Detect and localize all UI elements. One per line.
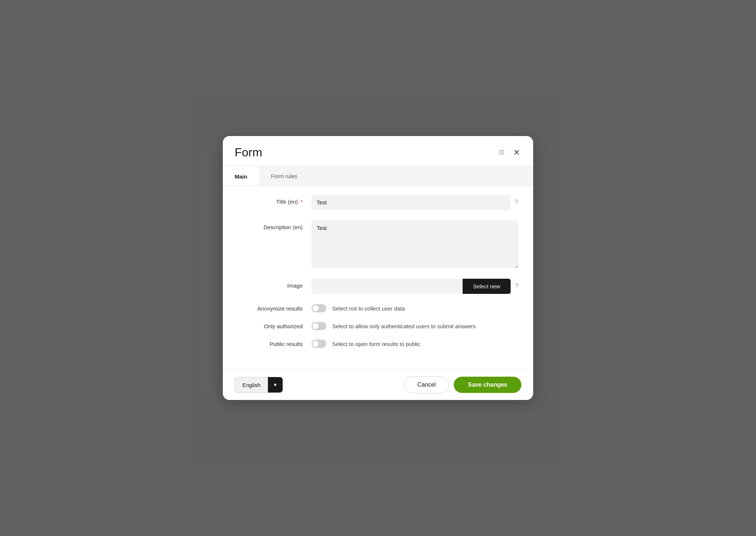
- tabs-bar: Main Form rules: [223, 166, 533, 186]
- only-authorized-description: Select to allow only authenticated users…: [332, 323, 476, 329]
- title-row: Title (en) * ?: [238, 195, 518, 210]
- image-row: Image Select new ?: [238, 279, 518, 294]
- close-button[interactable]: ✕: [512, 146, 521, 159]
- image-control-wrap: Select new ?: [311, 279, 518, 294]
- modal: Form ↗⃞ ✕ Main Form rules Title (en) *: [223, 136, 533, 400]
- public-results-toggle[interactable]: [311, 340, 326, 348]
- title-label: Title (en) *: [238, 195, 311, 205]
- image-label: Image: [238, 279, 311, 289]
- image-help-icon[interactable]: ?: [515, 282, 518, 290]
- only-authorized-slider: [311, 322, 326, 330]
- anonymize-toggle[interactable]: [311, 304, 326, 312]
- language-selector: English ▾: [235, 377, 283, 393]
- anonymize-slider: [311, 304, 326, 312]
- modal-footer: English ▾ Cancel Save changes: [223, 369, 533, 400]
- cancel-button[interactable]: Cancel: [404, 376, 449, 393]
- modal-header: Form ↗⃞ ✕: [223, 136, 533, 166]
- language-dropdown-button[interactable]: ▾: [268, 377, 283, 393]
- public-results-description: Select to open form results to public: [332, 341, 420, 347]
- only-authorized-row: Only authorized Select to allow only aut…: [238, 322, 518, 330]
- anonymize-row: Anonymize results Select not to collect …: [238, 304, 518, 312]
- description-label: Description (en): [238, 220, 311, 230]
- description-control-wrap: Test: [311, 220, 518, 268]
- image-path-input[interactable]: [311, 279, 463, 294]
- expand-button[interactable]: ↗⃞: [498, 147, 507, 158]
- required-star: *: [299, 199, 303, 205]
- modal-overlay: Form ↗⃞ ✕ Main Form rules Title (en) *: [0, 0, 756, 536]
- title-input[interactable]: [311, 195, 511, 210]
- select-new-button[interactable]: Select new: [463, 279, 510, 294]
- modal-header-icons: ↗⃞ ✕: [498, 146, 521, 159]
- footer-actions: Cancel Save changes: [404, 376, 521, 393]
- only-authorized-toggle[interactable]: [311, 322, 326, 330]
- public-results-slider: [311, 340, 326, 348]
- description-row: Description (en) Test: [238, 220, 518, 268]
- language-label: English: [235, 377, 268, 393]
- only-authorized-label: Only authorized: [238, 323, 311, 329]
- description-textarea[interactable]: Test: [311, 220, 518, 268]
- expand-icon: ↗⃞: [500, 149, 504, 156]
- save-changes-button[interactable]: Save changes: [454, 377, 521, 393]
- modal-body: Title (en) * ? Description (en) Test Ima…: [223, 186, 533, 369]
- public-results-row: Public results Select to open form resul…: [238, 340, 518, 348]
- tab-main[interactable]: Main: [223, 166, 259, 186]
- modal-title: Form: [235, 146, 262, 159]
- tab-form-rules[interactable]: Form rules: [259, 166, 309, 186]
- public-results-label: Public results: [238, 341, 311, 347]
- title-control-wrap: ?: [311, 195, 518, 210]
- close-icon: ✕: [513, 148, 520, 157]
- anonymize-description: Select not to collect user data: [332, 305, 405, 312]
- chevron-down-icon: ▾: [274, 381, 277, 388]
- title-help-icon[interactable]: ?: [515, 199, 518, 206]
- anonymize-label: Anonymize results: [238, 305, 311, 312]
- image-field-wrap: Select new: [311, 279, 511, 294]
